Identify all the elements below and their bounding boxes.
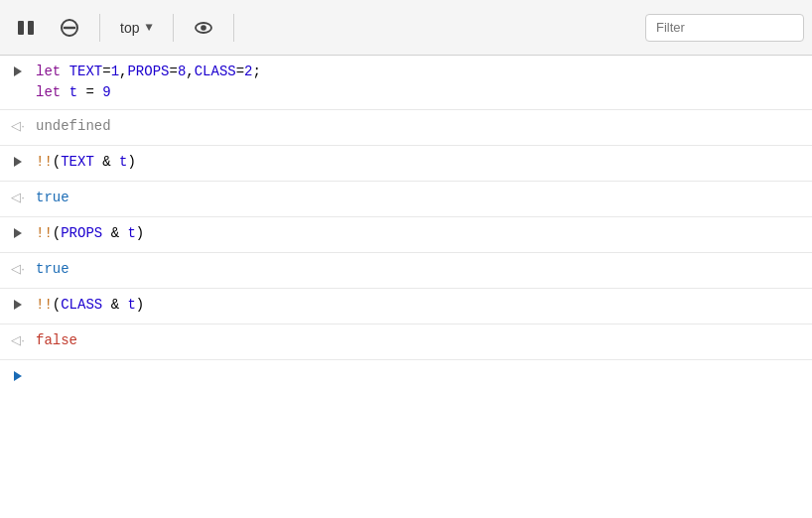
input-row-2: !!(TEXT & t) [0,146,812,182]
console-area: let TEXT=1,PROPS=8,CLASS=2; let t = 9◁·u… [0,56,812,518]
row-gutter-1: ◁· [0,116,36,133]
input-row-4: !!(PROPS & t) [0,217,812,253]
output-row-3: ◁·true [0,182,812,217]
live-expressions-button[interactable] [186,10,221,46]
clear-console-button[interactable] [52,10,87,46]
context-selector[interactable]: top ▼ [112,16,161,40]
play-pause-button[interactable] [8,10,44,46]
output-row-7: ◁·false [0,324,812,360]
row-content-1: undefined [36,116,812,137]
context-label: top [120,20,139,36]
prompt-input[interactable] [36,366,812,387]
row-content-4: !!(PROPS & t) [36,223,812,244]
row-content-7: false [36,330,812,351]
separator-2 [173,14,174,42]
separator-3 [233,14,234,42]
filter-input[interactable] [645,14,804,42]
row-gutter-0[interactable] [0,62,36,76]
row-gutter-5: ◁· [0,259,36,276]
row-gutter-3: ◁· [0,188,36,204]
row-content-6: !!(CLASS & t) [36,295,812,316]
row-gutter-6[interactable] [0,295,36,310]
output-row-5: ◁·true [0,253,812,289]
row-gutter-7: ◁· [0,330,36,347]
svg-rect-0 [18,21,24,35]
row-content-2: !!(TEXT & t) [36,152,812,173]
svg-point-5 [201,25,206,31]
prompt-row [0,360,812,396]
row-gutter-2[interactable] [0,152,36,167]
eye-icon [194,18,213,38]
dropdown-arrow-icon: ▼ [145,21,152,35]
no-entry-icon [60,18,79,38]
row-gutter-4[interactable] [0,223,36,238]
output-row-1: ◁·undefined [0,110,812,146]
prompt-gutter[interactable] [0,366,36,381]
input-row-6: !!(CLASS & t) [0,289,812,324]
play-icon [16,18,36,38]
row-content-3: true [36,188,812,208]
toolbar: top ▼ [0,0,812,56]
separator-1 [99,14,100,42]
row-content-0: let TEXT=1,PROPS=8,CLASS=2; let t = 9 [36,62,812,103]
svg-rect-1 [28,21,34,35]
input-row-0: let TEXT=1,PROPS=8,CLASS=2; let t = 9 [0,56,812,110]
row-content-5: true [36,259,812,280]
